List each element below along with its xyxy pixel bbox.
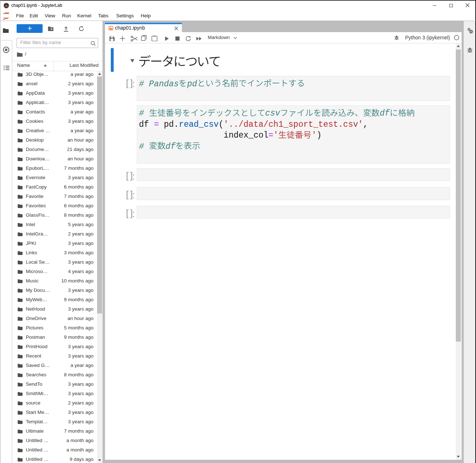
svg-text:lab: lab [5, 5, 8, 7]
